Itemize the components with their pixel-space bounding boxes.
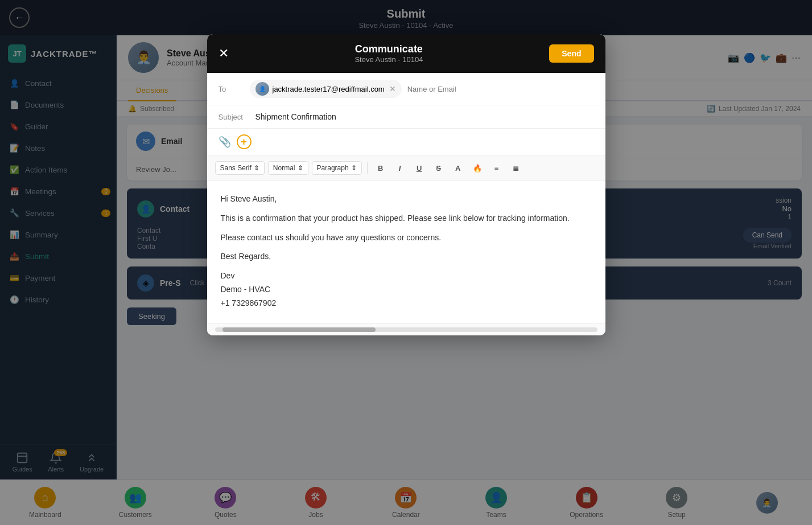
bold-button[interactable]: B	[373, 160, 389, 176]
email-line-regards: Best Regards,	[221, 250, 592, 264]
subject-row: Subject Shipment Confirmation	[207, 105, 605, 129]
subject-value: Shipment Confirmation	[255, 112, 336, 121]
paragraph-select[interactable]: Paragraph ⇕	[312, 161, 362, 175]
add-attachment-button[interactable]: +	[237, 134, 252, 149]
text-toolbar: Sans Serif ⇕ Normal ⇕ Paragraph ⇕ B I U …	[207, 155, 605, 181]
highlight-button[interactable]: 🔥	[469, 160, 485, 176]
align-button[interactable]: ≣	[508, 160, 524, 176]
modal-body: To 👤 jacktrade.tester17@rediffmail.com ✕…	[207, 73, 605, 335]
font-select[interactable]: Sans Serif ⇕	[215, 161, 265, 175]
recipient-chip: 👤 jacktrade.tester17@rediffmail.com ✕	[250, 80, 402, 98]
modal-overlay: ✕ Communicate Steve Austin - 10104 Send …	[0, 0, 812, 525]
modal-header: ✕ Communicate Steve Austin - 10104 Send	[207, 34, 605, 73]
size-select[interactable]: Normal ⇕	[268, 161, 308, 175]
email-line-greeting: Hi Steve Austin,	[221, 192, 592, 206]
font-color-button[interactable]: A	[450, 160, 466, 176]
strikethrough-button[interactable]: S	[431, 160, 447, 176]
to-row: To 👤 jacktrade.tester17@rediffmail.com ✕	[207, 73, 605, 105]
underline-button[interactable]: U	[411, 160, 427, 176]
email-line-body1: This is a confirmation that your product…	[221, 212, 592, 225]
modal-close-button[interactable]: ✕	[219, 46, 229, 61]
email-line-body2: Please contact us should you have any qu…	[221, 231, 592, 245]
send-button[interactable]: Send	[549, 44, 593, 63]
attachment-row: 📎 +	[207, 129, 605, 155]
recipient-avatar: 👤	[255, 82, 269, 96]
attachment-icon[interactable]: 📎	[219, 136, 231, 148]
recipient-input[interactable]	[407, 85, 503, 93]
chip-remove-button[interactable]: ✕	[389, 84, 396, 93]
email-scroll-bar	[207, 323, 605, 335]
modal-title: Communicate	[229, 43, 550, 55]
email-body[interactable]: Hi Steve Austin, This is a confirmation …	[207, 181, 605, 323]
modal-subtitle: Steve Austin - 10104	[229, 55, 550, 64]
list-button[interactable]: ≡	[489, 160, 505, 176]
italic-button[interactable]: I	[392, 160, 408, 176]
communicate-modal: ✕ Communicate Steve Austin - 10104 Send …	[207, 34, 605, 335]
email-line-name: DevDemo - HVAC+1 7329867902	[221, 269, 592, 310]
